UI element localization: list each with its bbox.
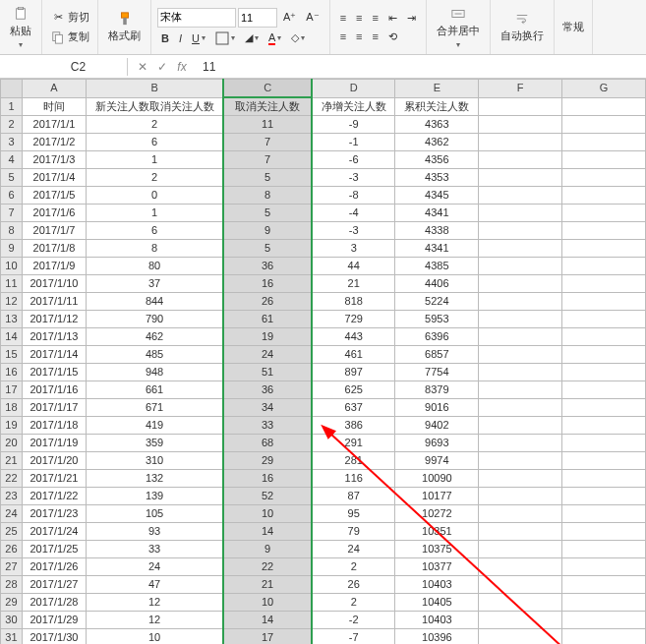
cell-B15[interactable]: 485 bbox=[86, 346, 223, 364]
align-right-button[interactable]: ≡ bbox=[369, 29, 382, 44]
cell-C12[interactable]: 26 bbox=[223, 293, 312, 311]
cell-B31[interactable]: 10 bbox=[86, 629, 223, 645]
cell-E12[interactable]: 5224 bbox=[395, 293, 479, 311]
row-header-10[interactable]: 10 bbox=[1, 258, 23, 275]
cell-A9[interactable]: 2017/1/8 bbox=[22, 240, 86, 258]
cell-D9[interactable]: 3 bbox=[312, 240, 395, 258]
fx-icon[interactable]: fx bbox=[173, 60, 191, 74]
increase-indent-button[interactable]: ⇥ bbox=[403, 10, 420, 27]
cell-F9[interactable] bbox=[479, 240, 562, 258]
cell-C29[interactable]: 10 bbox=[223, 594, 312, 612]
cell-C15[interactable]: 24 bbox=[223, 346, 312, 364]
cell-F5[interactable] bbox=[479, 169, 562, 187]
cell-C25[interactable]: 14 bbox=[223, 523, 312, 541]
cell-C8[interactable]: 9 bbox=[223, 222, 312, 240]
cell-D2[interactable]: -9 bbox=[312, 116, 395, 134]
cell-G23[interactable] bbox=[562, 488, 646, 505]
cell-B10[interactable]: 80 bbox=[86, 258, 223, 275]
cell-C5[interactable]: 5 bbox=[223, 169, 312, 187]
cell-G26[interactable] bbox=[562, 541, 646, 558]
cell-E10[interactable]: 4385 bbox=[395, 258, 479, 275]
cell-F28[interactable] bbox=[479, 576, 562, 594]
underline-button[interactable]: U▾ bbox=[188, 30, 209, 46]
cell-G11[interactable] bbox=[562, 275, 646, 293]
cell-G19[interactable] bbox=[562, 417, 646, 435]
cell-G22[interactable] bbox=[562, 470, 646, 488]
cell-A15[interactable]: 2017/1/14 bbox=[22, 346, 86, 364]
cell-G27[interactable] bbox=[562, 558, 646, 576]
cell-E3[interactable]: 4362 bbox=[395, 134, 479, 151]
cell-C31[interactable]: 17 bbox=[223, 629, 312, 645]
cell-D24[interactable]: 95 bbox=[312, 505, 395, 523]
cell-A26[interactable]: 2017/1/25 bbox=[22, 541, 86, 558]
cell-C9[interactable]: 5 bbox=[223, 240, 312, 258]
row-header-19[interactable]: 19 bbox=[1, 417, 23, 435]
row-header-12[interactable]: 12 bbox=[1, 293, 23, 311]
cell-D22[interactable]: 116 bbox=[312, 470, 395, 488]
cell-G10[interactable] bbox=[562, 258, 646, 275]
cell-D15[interactable]: 461 bbox=[312, 346, 395, 364]
align-middle-button[interactable]: ≡ bbox=[352, 10, 366, 26]
cell-F6[interactable] bbox=[479, 187, 562, 205]
cell-E17[interactable]: 8379 bbox=[395, 381, 479, 399]
row-header-15[interactable]: 15 bbox=[1, 346, 23, 364]
row-header-26[interactable]: 26 bbox=[1, 541, 23, 558]
cell-D26[interactable]: 24 bbox=[312, 541, 395, 558]
cell-E20[interactable]: 9693 bbox=[395, 435, 479, 452]
cell-C17[interactable]: 36 bbox=[223, 381, 312, 399]
row-header-6[interactable]: 6 bbox=[1, 187, 23, 205]
cell-G25[interactable] bbox=[562, 523, 646, 541]
cell-G20[interactable] bbox=[562, 435, 646, 452]
cell-E2[interactable]: 4363 bbox=[395, 116, 479, 134]
cell-A30[interactable]: 2017/1/29 bbox=[22, 612, 86, 629]
row-header-3[interactable]: 3 bbox=[1, 134, 23, 151]
row-header-20[interactable]: 20 bbox=[1, 435, 23, 452]
italic-button[interactable]: I bbox=[175, 30, 186, 46]
cut-button[interactable]: ✂剪切 bbox=[46, 8, 93, 28]
cell-D21[interactable]: 281 bbox=[312, 452, 395, 470]
cell-E9[interactable]: 4341 bbox=[395, 240, 479, 258]
decrease-indent-button[interactable]: ⇤ bbox=[384, 10, 401, 27]
orientation-button[interactable]: ⟲ bbox=[384, 29, 401, 45]
row-header-14[interactable]: 14 bbox=[1, 328, 23, 346]
cell-G24[interactable] bbox=[562, 505, 646, 523]
cell-B29[interactable]: 12 bbox=[86, 594, 223, 612]
cell-A27[interactable]: 2017/1/26 bbox=[22, 558, 86, 576]
cell-D17[interactable]: 625 bbox=[312, 381, 395, 399]
cell-G2[interactable] bbox=[562, 116, 646, 134]
row-header-11[interactable]: 11 bbox=[1, 275, 23, 293]
cell-E6[interactable]: 4345 bbox=[395, 187, 479, 205]
cell-B22[interactable]: 132 bbox=[86, 470, 223, 488]
cell-F26[interactable] bbox=[479, 541, 562, 558]
cell-B13[interactable]: 790 bbox=[86, 311, 223, 328]
cell-C11[interactable]: 16 bbox=[223, 275, 312, 293]
cancel-icon[interactable]: ✕ bbox=[134, 60, 151, 74]
wrap-text-button[interactable]: 自动换行 bbox=[495, 7, 550, 47]
cell-F7[interactable] bbox=[479, 205, 562, 222]
cell-F11[interactable] bbox=[479, 275, 562, 293]
cell-F17[interactable] bbox=[479, 381, 562, 399]
cell-E1[interactable]: 累积关注人数 bbox=[395, 97, 479, 116]
cell-B16[interactable]: 948 bbox=[86, 364, 223, 381]
cell-D3[interactable]: -1 bbox=[312, 134, 395, 151]
cell-D19[interactable]: 386 bbox=[312, 417, 395, 435]
row-header-25[interactable]: 25 bbox=[1, 523, 23, 541]
cell-D23[interactable]: 87 bbox=[312, 488, 395, 505]
cell-E7[interactable]: 4341 bbox=[395, 205, 479, 222]
cell-E19[interactable]: 9402 bbox=[395, 417, 479, 435]
cell-A31[interactable]: 2017/1/30 bbox=[22, 629, 86, 645]
cell-E25[interactable]: 10351 bbox=[395, 523, 479, 541]
cell-E31[interactable]: 10396 bbox=[395, 629, 479, 645]
row-header-8[interactable]: 8 bbox=[1, 222, 23, 240]
cell-E23[interactable]: 10177 bbox=[395, 488, 479, 505]
cell-B19[interactable]: 419 bbox=[86, 417, 223, 435]
row-header-4[interactable]: 4 bbox=[1, 151, 23, 169]
cell-A24[interactable]: 2017/1/23 bbox=[22, 505, 86, 523]
row-header-23[interactable]: 23 bbox=[1, 488, 23, 505]
cell-G18[interactable] bbox=[562, 399, 646, 417]
cell-A18[interactable]: 2017/1/17 bbox=[22, 399, 86, 417]
copy-button[interactable]: 复制 bbox=[46, 28, 93, 47]
cell-E18[interactable]: 9016 bbox=[395, 399, 479, 417]
cell-E28[interactable]: 10403 bbox=[395, 576, 479, 594]
cell-C21[interactable]: 29 bbox=[223, 452, 312, 470]
